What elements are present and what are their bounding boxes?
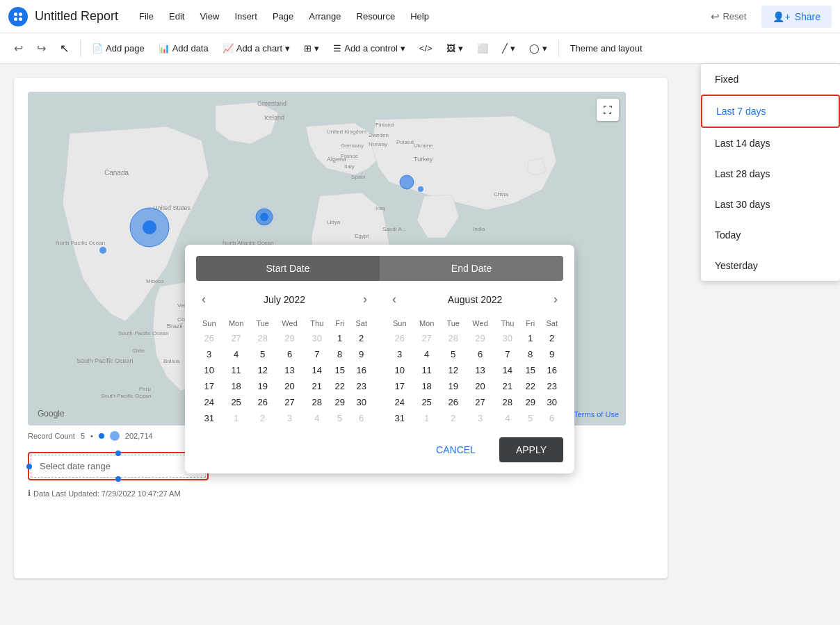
- menu-view[interactable]: View: [193, 8, 226, 24]
- undo-button[interactable]: ↩: [8, 38, 29, 59]
- date-range-control[interactable]: Select date range ▾: [28, 452, 209, 480]
- resize-handle-top[interactable]: [115, 451, 121, 456]
- cal-day[interactable]: 1: [520, 330, 540, 346]
- cal-day[interactable]: 24: [387, 394, 412, 410]
- cal-day[interactable]: 1: [330, 330, 350, 346]
- grid-button[interactable]: ⊞ ▾: [298, 39, 325, 58]
- menu-resource[interactable]: Resource: [350, 8, 403, 24]
- dropdown-item-last7[interactable]: Last 7 days: [701, 95, 840, 128]
- menu-help[interactable]: Help: [403, 8, 436, 24]
- right-prev-button[interactable]: ‹: [387, 289, 402, 309]
- cal-day[interactable]: 25: [412, 394, 440, 410]
- cal-day[interactable]: 6: [275, 346, 305, 362]
- menu-insert[interactable]: Insert: [227, 8, 264, 24]
- cal-day[interactable]: 29: [275, 330, 305, 346]
- cal-day[interactable]: 16: [350, 362, 373, 378]
- start-date-tab[interactable]: Start Date: [196, 256, 380, 281]
- cal-day[interactable]: 4: [222, 346, 250, 362]
- resize-handle-bottom[interactable]: [115, 476, 121, 482]
- share-button[interactable]: 👤+ Share: [761, 6, 832, 28]
- cal-day[interactable]: 28: [250, 330, 275, 346]
- cal-day[interactable]: 13: [466, 362, 495, 378]
- expand-button[interactable]: [597, 99, 619, 121]
- cal-day[interactable]: 9: [540, 346, 563, 362]
- cal-day[interactable]: 30: [540, 394, 563, 410]
- cal-day[interactable]: 27: [466, 394, 495, 410]
- cal-day[interactable]: 3: [387, 346, 412, 362]
- cal-day[interactable]: 30: [350, 394, 373, 410]
- theme-layout-button[interactable]: Theme and layout: [565, 39, 648, 58]
- cal-day[interactable]: 31: [387, 410, 412, 426]
- cal-day[interactable]: 7: [495, 346, 520, 362]
- cal-day[interactable]: 27: [275, 394, 305, 410]
- cal-day[interactable]: 4: [495, 410, 520, 426]
- cal-day[interactable]: 28: [495, 394, 520, 410]
- add-chart-button[interactable]: 📈 Add a chart ▾: [217, 39, 296, 58]
- cal-day[interactable]: 26: [441, 394, 466, 410]
- apply-button[interactable]: APPLY: [499, 437, 563, 462]
- cal-day[interactable]: 5: [330, 410, 350, 426]
- cal-day[interactable]: 10: [196, 362, 222, 378]
- add-page-button[interactable]: 📄 Add page: [86, 39, 150, 58]
- cal-day[interactable]: 26: [196, 330, 222, 346]
- line-button[interactable]: ╱ ▾: [496, 39, 521, 58]
- cal-day[interactable]: 10: [387, 362, 412, 378]
- cal-day[interactable]: 18: [412, 378, 440, 394]
- cal-day[interactable]: 4: [305, 410, 330, 426]
- code-button[interactable]: </>: [414, 39, 438, 58]
- dropdown-item-last14[interactable]: Last 14 days: [701, 128, 840, 159]
- cal-day[interactable]: 3: [275, 410, 305, 426]
- menu-file[interactable]: File: [132, 8, 161, 24]
- cursor-button[interactable]: ↖: [54, 38, 74, 59]
- cal-day[interactable]: 2: [540, 330, 563, 346]
- cal-day[interactable]: 18: [222, 378, 250, 394]
- cal-day[interactable]: 24: [196, 394, 222, 410]
- reset-button[interactable]: ↩ Reset: [702, 6, 754, 27]
- cal-day[interactable]: 17: [196, 378, 222, 394]
- cal-day[interactable]: 6: [466, 346, 495, 362]
- cal-day[interactable]: 19: [441, 378, 466, 394]
- cal-day[interactable]: 29: [520, 394, 540, 410]
- cal-day[interactable]: 21: [305, 378, 330, 394]
- cal-day[interactable]: 20: [275, 378, 305, 394]
- cal-day[interactable]: 2: [441, 410, 466, 426]
- add-control-button[interactable]: ☰ Add a control ▾: [328, 39, 411, 58]
- cal-day[interactable]: 13: [275, 362, 305, 378]
- cal-day[interactable]: 9: [350, 346, 373, 362]
- end-date-tab[interactable]: End Date: [380, 256, 563, 281]
- add-data-button[interactable]: 📊 Add data: [153, 39, 214, 58]
- cal-day[interactable]: 19: [250, 378, 275, 394]
- redo-button[interactable]: ↪: [31, 38, 51, 59]
- left-next-button[interactable]: ›: [357, 289, 373, 309]
- cal-day[interactable]: 30: [495, 330, 520, 346]
- cal-day[interactable]: 22: [330, 378, 350, 394]
- terms-link[interactable]: Terms of Use: [574, 410, 619, 419]
- cal-day[interactable]: 31: [196, 410, 222, 426]
- cal-day[interactable]: 29: [330, 394, 350, 410]
- cal-day[interactable]: 15: [330, 362, 350, 378]
- cal-day[interactable]: 26: [250, 394, 275, 410]
- cal-day[interactable]: 11: [412, 362, 440, 378]
- cal-day[interactable]: 2: [350, 330, 373, 346]
- cal-day[interactable]: 23: [350, 378, 373, 394]
- cal-day[interactable]: 5: [520, 410, 540, 426]
- cal-day[interactable]: 12: [441, 362, 466, 378]
- cal-day[interactable]: 1: [222, 410, 250, 426]
- menu-arrange[interactable]: Arrange: [302, 8, 348, 24]
- resize-handle-left[interactable]: [26, 464, 32, 469]
- cal-day[interactable]: 25: [222, 394, 250, 410]
- cal-day[interactable]: 15: [520, 362, 540, 378]
- cal-day[interactable]: 8: [520, 346, 540, 362]
- cal-day[interactable]: 21: [495, 378, 520, 394]
- left-prev-button[interactable]: ‹: [196, 289, 211, 309]
- cal-day[interactable]: 28: [441, 330, 466, 346]
- dropdown-item-last30[interactable]: Last 30 days: [701, 189, 840, 220]
- dropdown-item-today[interactable]: Today: [701, 220, 840, 250]
- cal-day[interactable]: 12: [250, 362, 275, 378]
- menu-edit[interactable]: Edit: [162, 8, 191, 24]
- cal-day[interactable]: 27: [412, 330, 440, 346]
- dropdown-item-last28[interactable]: Last 28 days: [701, 159, 840, 189]
- menu-page[interactable]: Page: [266, 8, 300, 24]
- cal-day[interactable]: 7: [305, 346, 330, 362]
- cal-day[interactable]: 29: [466, 330, 495, 346]
